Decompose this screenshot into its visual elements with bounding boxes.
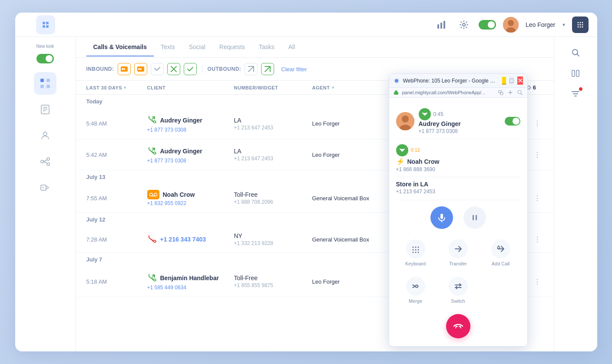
row-agent: General Voicemail Box <box>312 236 399 243</box>
svg-point-9 <box>582 22 583 23</box>
svg-point-26 <box>47 158 50 160</box>
add-call-btn[interactable]: Add Call <box>481 236 520 270</box>
svg-point-52 <box>402 116 409 122</box>
end-call-btn[interactable] <box>446 314 470 338</box>
call-type-icon <box>147 146 157 157</box>
webphone-store: Store in LA +1 213 647 2453 <box>396 177 520 200</box>
user-chevron-icon[interactable]: ▾ <box>562 22 565 28</box>
sidebar-item-users[interactable] <box>34 124 56 147</box>
svg-point-36 <box>138 68 140 70</box>
switch-icon <box>449 277 468 296</box>
svg-rect-2 <box>443 21 445 29</box>
app-logo[interactable] <box>36 15 55 34</box>
client-phone: +1 832 955 0922 <box>147 200 234 206</box>
end-call-row <box>396 311 520 340</box>
maximize-btn[interactable]: □ <box>509 77 514 85</box>
svg-rect-17 <box>46 79 50 82</box>
transfer-label: Transfer <box>449 261 467 266</box>
merge-btn[interactable]: Merge <box>396 273 435 307</box>
col-date[interactable]: LAST 30 DAYS ▾ <box>86 84 147 91</box>
row-client: Audrey Ginger +1 877 373 0308 <box>147 146 234 164</box>
row-time: 7:28 AM <box>86 236 147 243</box>
row-agent: Leo Forger <box>312 152 399 158</box>
row-more-btn[interactable]: ⋮ <box>531 192 543 204</box>
tab-tasks[interactable]: Tasks <box>252 38 281 56</box>
active-call-down-btn[interactable] <box>419 108 431 120</box>
filter-inbound-check[interactable] <box>184 63 197 75</box>
mute-btn[interactable] <box>430 206 453 229</box>
svg-point-7 <box>577 22 579 23</box>
svg-point-15 <box>582 26 583 27</box>
settings-icon[interactable] <box>456 17 472 33</box>
tab-all[interactable]: All <box>281 38 302 56</box>
svg-point-33 <box>122 68 123 70</box>
svg-line-29 <box>43 162 47 163</box>
svg-rect-18 <box>40 85 44 88</box>
row-more-btn[interactable]: ⋮ <box>531 233 543 245</box>
row-more-btn[interactable]: ⋮ <box>531 149 543 161</box>
columns-icon[interactable] <box>567 65 584 82</box>
second-call-down-btn[interactable] <box>396 144 408 156</box>
client-name: +1 216 343 7403 <box>160 236 206 243</box>
tab-texts[interactable]: Texts <box>154 38 182 56</box>
svg-point-61 <box>412 249 414 251</box>
active-call-toggle[interactable] <box>505 117 520 126</box>
row-time: 5:48 AM <box>86 120 147 127</box>
sidebar-item-contacts[interactable] <box>34 98 56 121</box>
filter-outbound-2[interactable] <box>261 63 274 75</box>
transfer-btn[interactable]: Transfer <box>439 236 478 270</box>
search-icon[interactable] <box>567 44 584 61</box>
filter-inbound-answered[interactable] <box>167 63 180 75</box>
svg-rect-47 <box>499 90 501 93</box>
status-toggle[interactable] <box>479 20 496 30</box>
svg-rect-43 <box>572 70 575 76</box>
row-more-btn[interactable]: ⋮ <box>531 118 543 130</box>
new-look-toggle[interactable] <box>36 54 54 63</box>
filter-separator <box>202 65 202 73</box>
sidebar-item-tags[interactable] <box>34 176 56 199</box>
switch-btn[interactable]: Switch <box>439 273 478 307</box>
active-call-phone: +1 877 373 0308 <box>419 128 500 134</box>
row-time: 5:18 AM <box>86 278 147 285</box>
svg-rect-16 <box>40 79 44 82</box>
client-phone: +1 877 373 0308 <box>147 158 234 164</box>
svg-point-39 <box>154 193 157 196</box>
tab-requests[interactable]: Requests <box>212 38 252 56</box>
minimize-btn[interactable]: _ <box>502 77 506 85</box>
filter-outbound-1[interactable] <box>245 63 258 75</box>
row-time: 7:55 AM <box>86 195 147 202</box>
transfer-icon <box>449 239 468 258</box>
keyboard-icon <box>406 239 425 258</box>
chart-icon[interactable] <box>433 17 449 33</box>
dialpad-icon[interactable] <box>572 17 589 33</box>
svg-rect-54 <box>440 214 443 219</box>
filter-inbound-missed[interactable] <box>151 63 164 75</box>
user-name-label[interactable]: Leo Forger <box>526 21 555 28</box>
row-more-btn[interactable]: ⋮ <box>531 275 543 288</box>
second-call-info: 0:12 ⚡ Noah Crow +1 866 888 3690 <box>396 143 520 172</box>
sidebar: New look <box>15 37 76 351</box>
client-phone: +1 585 449 0634 <box>147 285 234 291</box>
filter-inbound-voicemail1[interactable] <box>118 63 131 75</box>
row-number: LA +1 213 647 2453 <box>234 117 312 131</box>
row-time: 5:42 AM <box>86 152 147 158</box>
tab-calls-voicemails[interactable]: Calls & Voicemails <box>86 38 154 56</box>
clear-filter-btn[interactable]: Clear filter <box>281 66 307 73</box>
tab-social[interactable]: Social <box>182 38 212 56</box>
active-call-info: 0:45 Audrey Ginger +1 877 373 0308 <box>419 108 500 134</box>
hold-btn[interactable] <box>463 206 486 229</box>
sidebar-item-calls[interactable] <box>34 72 56 95</box>
browser-favicon <box>394 78 400 84</box>
col-agent[interactable]: AGENT ▾ <box>312 84 399 91</box>
active-call-avatar <box>396 112 414 130</box>
tabs-bar: Calls & Voicemails Texts Social Requests… <box>76 37 554 58</box>
filter-icon[interactable] <box>567 86 584 103</box>
close-btn[interactable]: ✕ <box>517 76 523 85</box>
call-type-icon <box>147 272 157 284</box>
webphone-popup: WebPhone: 105 Leo Forger - Google Ch... … <box>389 73 528 347</box>
sidebar-item-integrations[interactable] <box>34 150 56 173</box>
filter-inbound-voicemail2[interactable] <box>134 63 147 75</box>
row-client: Benjamin Handlebar +1 585 449 0634 <box>147 272 234 291</box>
svg-point-66 <box>417 252 419 253</box>
keyboard-btn[interactable]: Keyboard <box>396 236 435 270</box>
